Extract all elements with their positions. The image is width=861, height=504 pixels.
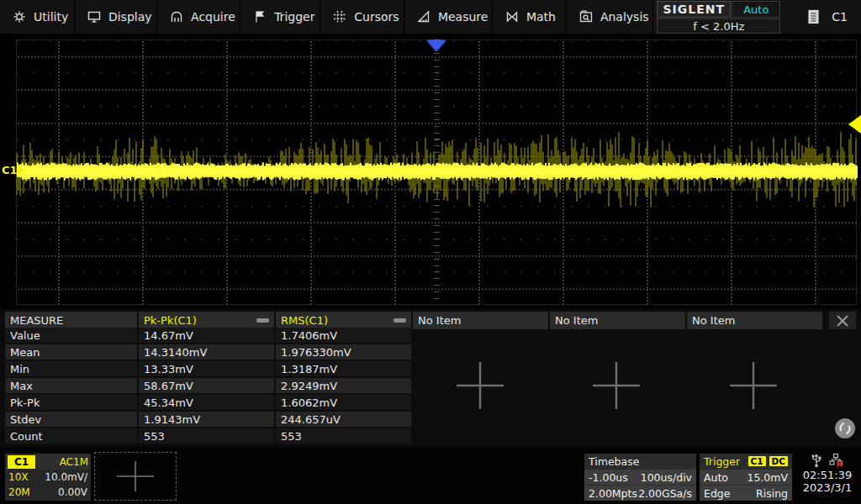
cursors-icon — [333, 10, 346, 24]
display-icon — [87, 10, 101, 24]
menu-label: Measure — [438, 10, 489, 24]
close-icon — [836, 314, 849, 328]
analysis-icon — [579, 10, 593, 24]
remove-measure-icon[interactable] — [394, 318, 406, 323]
measure-panel: MEASURE Pk-Pk(C1) RMS(C1) No Item No Ite… — [0, 309, 861, 448]
math-icon — [505, 10, 519, 24]
trigger-position-marker[interactable] — [427, 40, 446, 51]
remove-measure-icon[interactable] — [256, 318, 269, 323]
trigger-flag-icon — [253, 10, 267, 24]
trigger-descriptor-box[interactable]: Trigger C1 DC Auto 15.0mV Edge Rising — [700, 454, 792, 501]
channel1-trace — [0, 35, 861, 309]
add-measure-button[interactable] — [548, 328, 684, 444]
timebase-points: 2.00Mpts — [589, 487, 637, 500]
timebase-scale: 100us/div — [641, 471, 692, 484]
measure-column-rms[interactable]: RMS(C1) — [276, 312, 411, 329]
table-row: Stdev 1.9143mV 244.657uV — [5, 412, 411, 428]
menu-label: Trigger — [274, 10, 314, 24]
plus-icon — [446, 352, 514, 419]
trigger-level: 15.0mV — [747, 471, 788, 484]
timebase-delay: -1.00us — [589, 471, 628, 484]
menu-label: Utility — [34, 10, 68, 24]
touch-gesture-icon — [834, 417, 856, 439]
menu-label: Display — [108, 10, 152, 24]
add-measure-area — [412, 328, 821, 444]
add-measure-button[interactable] — [412, 328, 548, 444]
measure-title: MEASURE — [5, 312, 137, 329]
menu-bar: Utility Display Acquire Trigger Cursors … — [0, 0, 861, 35]
trigger-level-marker[interactable] — [848, 115, 861, 134]
brand-status-block: SIGLENT Auto f < 2.0Hz — [657, 1, 780, 33]
trigger-type: Edge — [704, 487, 730, 500]
table-row: Count 553 553 — [5, 428, 411, 445]
siglent-logo: SIGLENT — [657, 1, 731, 18]
table-row: Min 13.33mV 1.3187mV — [5, 361, 411, 378]
clock-date: 2023/3/1 — [803, 481, 852, 494]
gear-icon — [13, 10, 26, 24]
waveform-display: C1 — [0, 35, 861, 309]
oscilloscope-screen: Utility Display Acquire Trigger Cursors … — [0, 0, 861, 504]
trigger-mode: Auto — [704, 471, 728, 484]
table-row: Max 58.67mV 2.9249mV — [5, 378, 411, 395]
acquisition-status-badge[interactable]: Auto — [732, 1, 780, 18]
measure-table: Value 14.67mV 1.7406mV Mean 14.3140mV 1.… — [5, 328, 411, 445]
plus-icon — [583, 352, 650, 419]
touch-gesture-button[interactable] — [834, 417, 856, 443]
channel1-descriptor-box[interactable]: C1 AC1M 10X 10.0mV/ 20M 0.00V — [5, 454, 91, 501]
measure-column-empty-2[interactable]: No Item — [550, 312, 685, 329]
table-row: Value 14.67mV 1.7406mV — [5, 328, 411, 344]
menu-item-math[interactable]: Math — [493, 0, 567, 34]
menu-item-trigger[interactable]: Trigger — [240, 0, 320, 34]
menu-item-measure[interactable]: Measure — [404, 0, 493, 34]
timebase-samplerate: 2.00GSa/s — [638, 487, 692, 500]
trigger-coupling-badge: DC — [769, 456, 788, 466]
trigger-source-badge: C1 — [748, 456, 766, 466]
add-channel-button[interactable] — [94, 452, 177, 501]
channel1-position-marker[interactable]: C1 — [2, 164, 24, 176]
trigger-slope: Rising — [756, 487, 788, 500]
channel-scale: 10.0mV/ — [45, 471, 87, 483]
menu-label: Cursors — [354, 10, 399, 24]
channel-selector-label: C1 — [832, 10, 848, 24]
menu-item-acquire[interactable]: Acquire — [157, 0, 240, 34]
menu-label: Analysis — [600, 10, 649, 24]
lan-disconnected-icon — [829, 453, 844, 467]
channel-offset: 0.00V — [58, 486, 87, 498]
timebase-title: Timebase — [584, 454, 696, 469]
close-measure-button[interactable] — [829, 312, 856, 329]
plus-icon — [114, 458, 157, 495]
menu-item-analysis[interactable]: Analysis — [567, 0, 653, 34]
trigger-frequency-readout: f < 2.0Hz — [657, 18, 780, 34]
menu-label: Math — [526, 10, 556, 24]
measure-column-empty-1[interactable]: No Item — [413, 312, 548, 329]
system-status-area: 02:51:39 2023/3/1 — [797, 452, 858, 501]
channel-list-icon — [807, 9, 820, 24]
channel-coupling: AC1M — [60, 456, 88, 468]
menu-item-display[interactable]: Display — [75, 0, 157, 34]
trigger-title: Trigger — [704, 455, 745, 468]
menu-label: Acquire — [191, 10, 235, 24]
plus-icon — [720, 352, 787, 419]
measure-header-row: MEASURE Pk-Pk(C1) RMS(C1) No Item No Ite… — [5, 312, 822, 329]
bottom-status-bar: C1 AC1M 10X 10.0mV/ 20M 0.00V Timebase -… — [0, 448, 861, 504]
channel-marker-arrow-icon — [18, 166, 24, 175]
measure-column-pkpk[interactable]: Pk-Pk(C1) — [139, 312, 274, 329]
acquire-icon — [170, 10, 183, 24]
channel1-badge: C1 — [8, 455, 35, 469]
channel-bandwidth: 20M — [8, 486, 30, 498]
measure-column-empty-3[interactable]: No Item — [687, 312, 822, 329]
channel-selector[interactable]: C1 — [794, 0, 861, 34]
usb-icon — [811, 453, 822, 467]
clock-time: 02:51:39 — [803, 469, 852, 481]
add-measure-button[interactable] — [685, 328, 821, 444]
table-row: Mean 14.3140mV 1.976330mV — [5, 344, 411, 361]
menu-item-utility[interactable]: Utility — [0, 0, 75, 34]
measure-icon — [417, 10, 430, 24]
timebase-descriptor-box[interactable]: Timebase -1.00us 100us/div 2.00Mpts 2.00… — [584, 454, 696, 501]
channel-probe: 10X — [8, 471, 29, 483]
table-row: Pk-Pk 45.34mV 1.6062mV — [5, 395, 411, 412]
menu-item-cursors[interactable]: Cursors — [320, 0, 404, 34]
